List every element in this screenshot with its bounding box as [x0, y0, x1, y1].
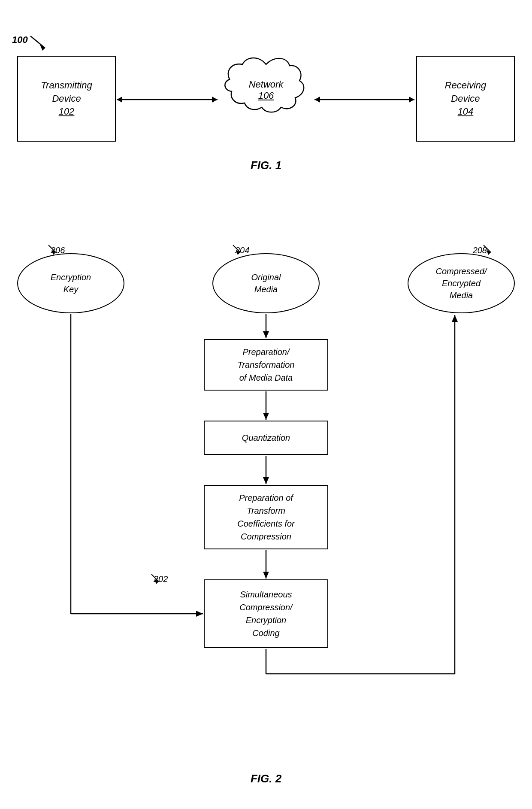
original-media-label: OriginalMedia — [251, 271, 281, 295]
transmitting-device-box: TransmittingDevice102 — [17, 56, 116, 142]
ref-208-arrow — [481, 243, 494, 256]
transmitting-device-label: TransmittingDevice102 — [41, 79, 92, 118]
svg-marker-23 — [263, 572, 269, 579]
encryption-key-ellipse: EncryptionKey — [17, 253, 124, 313]
process-3-label: Preparation ofTransformCoefficients forC… — [237, 491, 294, 543]
process-2-label: Quantization — [242, 431, 290, 444]
svg-marker-6 — [409, 97, 414, 103]
process-box-4: SimultaneousCompression/EncryptionCoding — [204, 579, 328, 648]
compressed-encrypted-label: Compressed/EncryptedMedia — [436, 265, 487, 301]
receiving-device-label: ReceivingDevice104 — [445, 79, 487, 118]
fig2-caption: FIG. 2 — [251, 772, 281, 785]
network-cloud: Network106 — [219, 52, 313, 129]
svg-marker-17 — [263, 331, 269, 338]
svg-marker-3 — [212, 97, 218, 103]
original-media-ellipse: OriginalMedia — [212, 253, 320, 313]
process-4-label: SimultaneousCompression/EncryptionCoding — [239, 588, 292, 639]
fig1-area: 100 TransmittingDevice102 ReceivingDevic… — [0, 17, 532, 197]
encryption-key-label: EncryptionKey — [51, 271, 91, 295]
svg-marker-30 — [452, 315, 458, 322]
ref-202-arrow — [149, 572, 162, 585]
receiving-device-box: ReceivingDevice104 — [416, 56, 515, 142]
svg-marker-26 — [196, 611, 203, 617]
process-box-3: Preparation ofTransformCoefficients forC… — [204, 485, 328, 549]
fig2-area: 206 204 208 EncryptionKey OriginalMedia … — [0, 210, 532, 794]
process-box-1: Preparation/Transformationof Media Data — [204, 339, 328, 391]
svg-marker-19 — [263, 413, 269, 420]
svg-marker-21 — [263, 477, 269, 484]
fig1-caption: FIG. 1 — [251, 159, 281, 172]
ref-204-arrow — [231, 243, 244, 256]
process-1-label: Preparation/Transformationof Media Data — [237, 345, 294, 384]
diagram-container: 100 TransmittingDevice102 ReceivingDevic… — [0, 0, 532, 809]
process-box-2: Quantization — [204, 421, 328, 455]
compressed-encrypted-ellipse: Compressed/EncryptedMedia — [408, 253, 515, 313]
svg-marker-4 — [117, 97, 122, 103]
fig1-ref-100: 100 — [12, 34, 28, 45]
svg-marker-7 — [314, 97, 320, 103]
svg-line-0 — [30, 36, 45, 48]
